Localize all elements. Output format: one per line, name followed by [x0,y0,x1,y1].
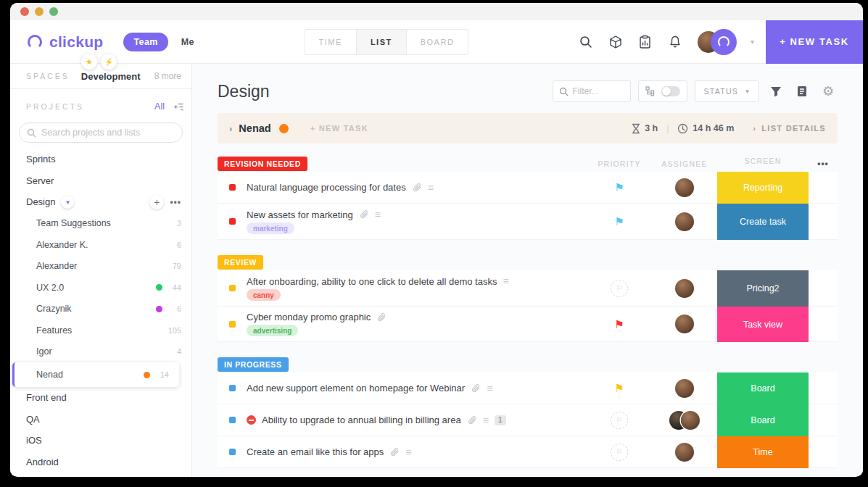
task-row[interactable]: After onboarding, ability to one click t… [218,270,838,307]
list-name[interactable]: Nenad [239,122,270,134]
assignee-cell[interactable] [652,443,717,462]
filter-input[interactable] [573,86,624,96]
status-badge[interactable]: REVISION NEEDED [218,157,307,171]
screen-cell[interactable]: Time [717,436,809,468]
screen-cell[interactable]: Task view [717,307,809,342]
sidebar-item-alexander[interactable]: Alexander79 [10,256,191,278]
subtask-tree-toggle[interactable] [638,80,687,102]
task-status-square[interactable] [229,449,236,455]
sidebar-item-front-end[interactable]: Front end [10,387,191,409]
priority-cell[interactable]: ⚑ [587,182,652,193]
task-title[interactable]: Add new support element on homepage for … [247,383,465,394]
sidebar-item-ios[interactable]: iOS [10,430,191,451]
priority-cell[interactable]: ⚑ [587,319,652,330]
task-title[interactable]: Cyber monday promo graphic [247,312,371,322]
favorite-star-icon[interactable]: ★ [81,54,97,70]
sidebar-item-design[interactable]: Design▾+••• [10,191,191,213]
priority-empty-flag-icon[interactable]: ⚐ [611,280,628,297]
project-search-input[interactable] [41,128,175,138]
task-row[interactable]: Create an email like this for apps≡⚐Time [218,436,838,468]
assignee-cell[interactable] [652,212,717,231]
status-dropdown[interactable]: STATUS ▾ [695,80,760,102]
sidebar-item-crazynik[interactable]: Crazynik6 [10,299,191,320]
close-window-button[interactable] [20,7,29,16]
priority-flag-icon[interactable]: ⚑ [614,319,624,330]
task-title[interactable]: After onboarding, ability to one click t… [247,276,497,287]
priority-flag-icon[interactable]: ⚑ [614,216,624,227]
screen-cell[interactable]: Board [717,372,809,404]
task-row[interactable]: Add new support element on homepage for … [218,372,838,404]
sidebar-item-nenad[interactable]: Nenad14 [12,362,179,387]
sidebar-item-features[interactable]: Features105 [10,320,191,341]
task-row[interactable]: Cyber monday promo graphicadvertising⚑Ta… [218,307,838,342]
task-title[interactable]: Create an email like this for apps [247,446,384,457]
tab-time[interactable]: TIME [305,30,357,54]
status-badge[interactable]: REVIEW [218,255,263,270]
scope-team-tab[interactable]: Team [123,33,168,51]
add-list-button[interactable]: + [149,195,164,209]
list-details-link[interactable]: › LIST DETAILS [753,124,826,133]
screen-cell[interactable]: Board [717,404,809,436]
notifications-bell-icon[interactable] [668,35,682,49]
task-status-square[interactable] [229,184,236,191]
list-new-task-button[interactable]: + NEW TASK [310,124,368,133]
task-title[interactable]: New assets for marketing [247,209,353,220]
task-row[interactable]: Natural language processing for dates≡⚑R… [218,172,838,204]
priority-cell[interactable]: ⚐ [587,444,652,461]
priority-cell[interactable]: ⚐ [587,412,652,429]
task-status-square[interactable] [229,385,236,391]
collapse-sidebar-icon[interactable] [173,102,184,112]
tab-list[interactable]: LIST [357,30,407,54]
priority-cell[interactable]: ⚐ [587,280,652,297]
task-status-square[interactable] [229,321,236,328]
views-document-icon[interactable] [793,82,811,101]
priority-empty-flag-icon[interactable]: ⚐ [611,412,628,429]
task-status-square[interactable] [229,285,236,291]
more-spaces-link[interactable]: 8 more [154,71,181,81]
priority-flag-icon[interactable]: ⚑ [614,383,624,394]
task-status-square[interactable] [229,417,236,423]
sidebar-item-sprints[interactable]: Sprints [10,149,191,170]
clickup-logo[interactable]: clickup [28,33,103,51]
current-space-name[interactable]: Development [81,71,141,82]
chevron-down-icon[interactable]: ▾ [61,196,74,209]
priority-cell[interactable]: ⚑ [587,216,652,227]
item-options-icon[interactable]: ••• [170,197,181,207]
apps-cube-icon[interactable] [608,35,623,49]
assignee-cell[interactable] [652,411,717,430]
priority-cell[interactable]: ⚑ [587,383,652,394]
search-icon[interactable] [579,35,593,49]
minimize-window-button[interactable] [35,7,44,16]
task-status-square[interactable] [229,218,236,225]
new-task-button[interactable]: + NEW TASK [766,20,863,64]
columns-options-icon[interactable]: ••• [809,159,838,169]
status-badge[interactable]: IN PROGRESS [218,357,289,372]
sidebar-item-ux-2-0[interactable]: UX 2.044 [10,277,191,299]
screen-cell[interactable]: Create task [717,204,809,240]
sidebar-item-server[interactable]: Server [10,170,191,192]
chevron-right-icon[interactable]: › [229,123,232,134]
task-row[interactable]: New assets for marketing≡marketing⚑Creat… [218,204,838,240]
settings-gear-icon[interactable]: ⚙ [819,82,838,101]
scope-me-tab[interactable]: Me [181,37,194,47]
fullscreen-window-button[interactable] [49,7,58,16]
sidebar-item-igor[interactable]: Igor4 [10,341,191,363]
assignee-cell[interactable] [652,379,717,398]
screen-cell[interactable]: Pricing2 [717,270,809,307]
screen-cell[interactable]: Reporting [717,172,809,204]
automation-bolt-icon[interactable]: ⚡ [101,54,117,70]
task-row[interactable]: Ability to upgrade to annual billing in … [218,404,838,436]
task-title[interactable]: Ability to upgrade to annual billing in … [262,415,461,425]
assignee-cell[interactable] [652,279,717,298]
filters-funnel-icon[interactable] [766,82,785,101]
priority-empty-flag-icon[interactable]: ⚐ [611,444,628,461]
sidebar-item-notes[interactable]: Notes [10,473,191,476]
sidebar-item-alexander-k[interactable]: Alexander K.6 [10,234,191,256]
sidebar-item-team-suggestions[interactable]: Team Suggestions3 [10,213,191,235]
reports-clipboard-icon[interactable] [638,35,653,49]
assignee-cell[interactable] [652,315,717,333]
task-title[interactable]: Natural language processing for dates [247,182,406,193]
priority-flag-icon[interactable]: ⚑ [614,182,624,193]
toggle-switch[interactable] [661,86,680,96]
tab-board[interactable]: BOARD [407,30,468,54]
